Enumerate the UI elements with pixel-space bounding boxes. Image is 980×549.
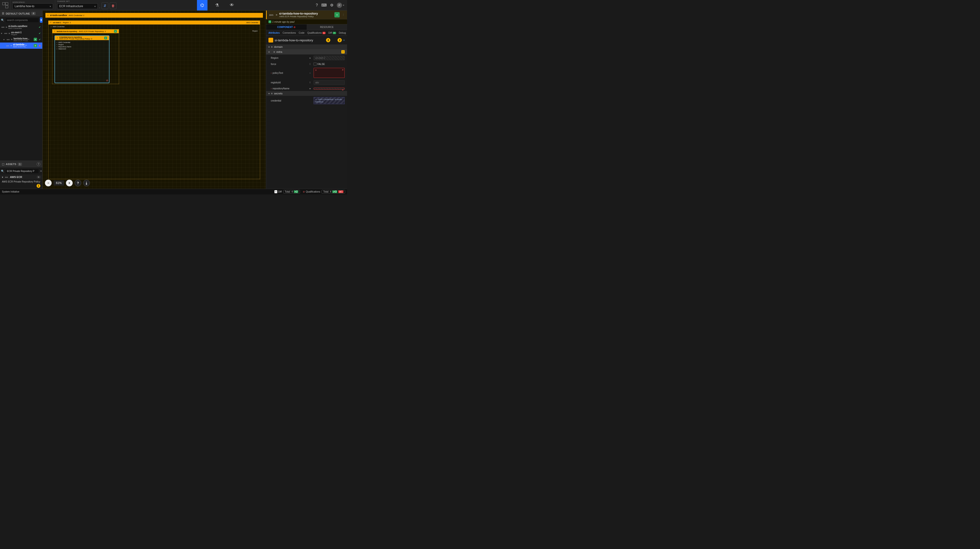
svg-rect-0 [2, 2, 5, 5]
chevron-down-icon: ▾ [3, 38, 5, 41]
details-subtitle: AWS ECR Private Repository Policy [279, 15, 332, 17]
assets-help-button[interactable]: ? [37, 162, 40, 166]
text-cursor-icon: I [308, 81, 312, 84]
section-domain[interactable]: ▾≡domain [266, 44, 347, 49]
aws-credential-socket[interactable]: ○AWS Credential [51, 26, 65, 27]
tab-resource[interactable]: RESOURCE [307, 24, 347, 30]
statusbar-qualifications[interactable]: ⊘ Qualifications [303, 190, 320, 193]
component-name-row: si-lambda-how-to-repository 3 2 ⌗ [266, 36, 347, 44]
canvas[interactable]: ⌗ si-tools-sandbox AWS Credential: 1 ⌗ u… [43, 11, 266, 189]
tab-component[interactable]: COMPONENT ⊘ [266, 24, 307, 30]
zoom-in-button[interactable]: + [66, 180, 73, 186]
attr-registryid-input[interactable] [313, 80, 345, 85]
section-extra[interactable]: ▾≡extraI [266, 49, 347, 54]
attr-force-checkbox[interactable]: FALSE [313, 63, 345, 65]
outline-search-input[interactable] [5, 17, 39, 23]
subtab-qualifications[interactable]: Qualifications1 [307, 32, 326, 34]
clear-search-button[interactable]: ✕ [40, 169, 42, 173]
attr-policytext-input[interactable]: ≡✕ [313, 68, 345, 78]
close-icon[interactable]: ✕ [342, 68, 344, 71]
text-cursor-icon: I [308, 63, 312, 65]
outline-header[interactable]: ☰ DEFAULT OUTLINE 4 [0, 11, 42, 16]
attr-reponame: › repositoryName ● ✕ [266, 86, 347, 91]
canvas-header-credential[interactable]: ⌗ si-tools-sandbox AWS Credential: 1 [45, 13, 263, 17]
chevron-down-icon: ▾ [94, 5, 95, 8]
attr-reponame-input[interactable]: ✕ [313, 88, 345, 90]
canvas-header-region[interactable]: ⌗ us-east-1 Region: 1 AWS Credential [48, 21, 260, 24]
canvas-header-repo[interactable]: ⌗ lambda-how-to-repository AWS ECR Priva… [52, 29, 119, 33]
user-menu[interactable]: P ▾ [337, 3, 344, 8]
tree-item-policy[interactable]: aws ⌗ si-lambda-...AWS ECR Priv... + ✖ [0, 43, 42, 49]
section-secrets[interactable]: ▾≡secrets [266, 91, 347, 96]
assets-search-row: 🔍 ✕ ▼ [0, 167, 42, 175]
tree-item-credential[interactable]: aws ⌗ si-tools-sandboxAWS Credential ✔ [0, 24, 42, 30]
canvas-header-policy[interactable]: ⌗ si-lambda-how-to-repositoryAWS ECR Pri… [55, 36, 109, 40]
credential-link[interactable]: → AWS Credential / si-tools-sandbox [313, 97, 345, 104]
asset-item-policy[interactable]: AWS ECR Private Repository Policy 1 [0, 179, 42, 189]
attr-force: force I FALSE [266, 61, 347, 67]
merge-button[interactable]: ⇵ [102, 2, 108, 9]
more-menu-button[interactable]: ⋮ [342, 13, 345, 16]
flask-icon: ⚗ [215, 3, 219, 8]
close-icon[interactable]: ✕ [342, 89, 344, 91]
view-switcher: ⌬ ⚗ 👁 [118, 0, 316, 10]
frame-icon[interactable]: ⌗ [343, 39, 345, 42]
plus-icon[interactable]: + [104, 36, 107, 40]
zoom-out-button[interactable]: − [45, 180, 52, 186]
list-icon: ≡ [271, 45, 272, 48]
workspace-label: WORKSPACE: [13, 1, 53, 3]
subtab-connections[interactable]: Connections [283, 32, 296, 34]
outline-filter-button[interactable]: ▼ [40, 17, 43, 23]
region-output-label[interactable]: Region [252, 30, 258, 32]
lab-view-button[interactable]: ⚗ [212, 0, 222, 11]
frame-icon: ⌗ [47, 14, 49, 17]
statusbar-diff-total[interactable]: Total: 4+2 [283, 190, 300, 194]
asset-group-aws-ecr[interactable]: ▾ aws AWS ECR 1 [0, 175, 42, 179]
tree-item-repo[interactable]: ▾ aws ⌗ lambda-how...AWS ECR Privat... +… [0, 36, 42, 43]
discard-button[interactable]: 🗑 [110, 2, 116, 9]
discord-button[interactable]: ⌨ [321, 3, 327, 7]
chevron-right-icon[interactable]: › [271, 87, 272, 90]
text-cursor-icon[interactable]: I [341, 50, 345, 54]
add-button[interactable]: + [334, 12, 340, 17]
app-logo[interactable] [0, 0, 11, 11]
subtab-debug[interactable]: Debug [339, 32, 346, 34]
statusbar-qual-total[interactable]: Total: 4✔3⊘1 [321, 190, 345, 194]
subtab-attributes[interactable]: Attributes [269, 32, 280, 34]
search-icon: 🔍 [1, 170, 4, 173]
canvas-help-button[interactable]: ? [75, 180, 81, 186]
status-fail-icon: ⊘ [303, 190, 305, 193]
color-swatch[interactable] [269, 38, 273, 43]
statusbar-diff[interactable]: ~ Diff [274, 190, 282, 193]
help-button[interactable]: ? [316, 3, 318, 7]
watch-view-button[interactable]: 👁 [227, 0, 237, 11]
workspace-dropdown[interactable]: Lambha how-to ▾ [13, 3, 53, 9]
tree-item-region[interactable]: ▾ aws ⌗ us-east-1Region ✔ [0, 30, 42, 36]
component-name-text[interactable]: si-lambda-how-to-repository [275, 38, 325, 42]
diagram-view-button[interactable]: ⌬ [197, 0, 207, 11]
subtab-diff[interactable]: Diff+ [328, 32, 336, 34]
workspace-value: Lambha how-to [14, 5, 34, 8]
zoom-value[interactable]: 61% [54, 180, 64, 186]
plus-badge-icon: + [34, 44, 37, 47]
chevron-right-icon[interactable]: › [271, 72, 272, 74]
socket-item[interactable]: ○Repository Name [56, 46, 108, 48]
socket-item[interactable]: ○AWS Credential [56, 41, 108, 43]
timestamp-text: 1 minute ago by paul [272, 21, 294, 23]
download-button[interactable]: ⭳ [83, 180, 90, 186]
assets-header[interactable]: ⬚ ASSETS 1 ? [0, 161, 42, 167]
chevron-down-icon: ▾ [269, 46, 270, 48]
frame-icon: ⌗ [6, 26, 7, 29]
funnel-icon: ▼ [40, 19, 43, 22]
settings-button[interactable]: ⚙ [330, 3, 333, 7]
diff-icon: ~ [274, 190, 277, 193]
socket-item[interactable]: ○Region [56, 44, 108, 45]
changeset-dropdown[interactable]: ECR Infrastructure ▾ [57, 3, 98, 9]
chevron-down-icon: ▾ [269, 92, 270, 95]
socket-item[interactable]: ○Statement [56, 48, 108, 50]
assets-search-input[interactable] [5, 169, 39, 174]
plus-icon[interactable]: + [114, 30, 117, 33]
subtab-code[interactable]: Code [299, 32, 304, 34]
canvas-node-policy[interactable]: ⌗ si-lambda-how-to-repositoryAWS ECR Pri… [54, 35, 110, 83]
frame-icon: ⌗ [11, 38, 13, 41]
